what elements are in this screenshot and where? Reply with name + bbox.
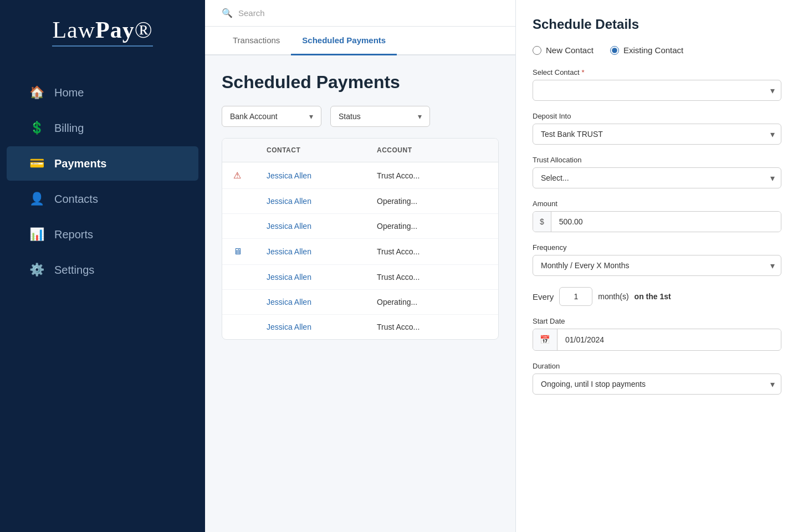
account-name: Operating... [377,197,487,206]
calendar-icon: 📅 [533,329,557,350]
new-contact-radio[interactable] [533,46,541,55]
frequency-select-wrapper: Monthly / Every X Months [533,255,781,276]
frequency-group: Frequency Monthly / Every X Months [533,243,781,276]
amount-group: Amount $ [533,200,781,232]
contact-name[interactable]: Jessica Allen [267,171,377,180]
logo-underline [52,45,152,47]
home-icon: 🏠 [29,85,44,100]
payments-icon: 💳 [29,156,44,171]
existing-contact-label: Existing Contact [623,45,683,55]
deposit-into-dropdown[interactable]: Test Bank TRUST [533,124,781,145]
frequency-label: Frequency [533,243,781,252]
bank-account-filter[interactable]: Bank Account ▾ [222,106,321,127]
contact-name[interactable]: Jessica Allen [267,247,377,256]
sidebar-item-settings-label: Settings [54,264,94,277]
required-marker: * [582,68,585,76]
deposit-into-wrapper: Test Bank TRUST [533,124,781,145]
filter-caret-icon: ▾ [309,112,313,121]
main-content: 🔍 Search Transactions Scheduled Payments… [205,0,515,532]
deposit-into-group: Deposit Into Test Bank TRUST [533,112,781,145]
account-name: Operating... [377,222,487,231]
deposit-into-label: Deposit Into [533,112,781,120]
sidebar-item-contacts[interactable]: 👤 Contacts [7,182,198,216]
existing-contact-radio-label[interactable]: Existing Contact [610,45,683,55]
col-icon-header [233,146,267,154]
select-contact-dropdown[interactable] [533,80,781,101]
account-name: Trust Acco... [377,273,487,282]
select-contact-wrapper [533,80,781,101]
start-date-input[interactable] [557,330,781,350]
duration-group: Duration Ongoing, until I stop payments [533,362,781,395]
trust-allocation-label: Trust Allocation [533,156,781,164]
table-row: Jessica Allen Operating... [222,214,498,239]
billing-icon: 💲 [29,121,44,135]
filters-row: Bank Account ▾ Status ▾ [222,106,499,127]
new-contact-radio-label[interactable]: New Contact [533,45,594,55]
sidebar-item-billing[interactable]: 💲 Billing [7,111,198,145]
amount-label: Amount [533,200,781,208]
warning-icon: ⚠ [233,170,267,181]
tab-scheduled-payments[interactable]: Scheduled Payments [291,27,397,55]
duration-label: Duration [533,362,781,370]
col-account-header: ACCOUNT [377,146,487,154]
every-row: Every month(s) on the 1st [533,287,781,306]
bank-account-filter-label: Bank Account [230,112,278,121]
new-contact-label: New Contact [546,45,594,55]
contact-name[interactable]: Jessica Allen [267,323,377,331]
sidebar-item-settings[interactable]: ⚙️ Settings [7,253,198,287]
panel-title: Schedule Details [533,17,781,32]
sidebar-item-reports[interactable]: 📊 Reports [7,217,198,252]
sidebar-item-reports-label: Reports [54,228,93,241]
nav-menu: 🏠 Home 💲 Billing 💳 Payments 👤 Contacts 📊… [0,74,205,288]
table-row: Jessica Allen Operating... [222,290,498,315]
payments-table: CONTACT ACCOUNT ⚠ Jessica Allen Trust Ac… [222,138,499,340]
start-date-label: Start Date [533,317,781,325]
every-label: Every [533,292,554,301]
status-filter[interactable]: Status ▾ [330,106,430,127]
existing-contact-radio[interactable] [610,46,619,55]
table-row: Jessica Allen Trust Acco... [222,315,498,339]
contact-name[interactable]: Jessica Allen [267,222,377,231]
table-row: Jessica Allen Operating... [222,189,498,214]
amount-prefix: $ [533,212,551,232]
search-input[interactable]: Search [238,8,265,18]
account-name: Operating... [377,298,487,306]
amount-input[interactable] [551,212,781,232]
duration-select-wrapper: Ongoing, until I stop payments [533,374,781,395]
account-name: Trust Acco... [377,323,487,331]
sidebar-item-payments[interactable]: 💳 Payments [7,146,198,181]
sidebar-item-contacts-label: Contacts [54,193,98,206]
trust-allocation-group: Trust Allocation Select... [533,156,781,188]
tabs-bar: Transactions Scheduled Payments [205,27,515,55]
logo-area: LawPay® [41,17,163,47]
sidebar-item-home[interactable]: 🏠 Home [7,75,198,110]
tab-transactions[interactable]: Transactions [222,27,291,55]
table-row: ⚠ Jessica Allen Trust Acco... [222,162,498,189]
contact-type-group: New Contact Existing Contact [533,45,781,55]
contact-name[interactable]: Jessica Allen [267,273,377,282]
every-input[interactable] [559,287,592,306]
table-header: CONTACT ACCOUNT [222,139,498,162]
settings-icon: ⚙️ [29,263,44,277]
page-title: Scheduled Payments [222,72,499,93]
page-area: Scheduled Payments Bank Account ▾ Status… [205,55,515,532]
card-icon: 🖥 [233,247,267,257]
account-name: Trust Acco... [377,171,487,180]
date-row: 📅 [533,329,781,351]
contact-name[interactable]: Jessica Allen [267,197,377,206]
schedule-details-panel: Schedule Details New Contact Existing Co… [515,0,798,532]
table-row: Jessica Allen Trust Acco... [222,265,498,290]
select-contact-group: Select Contact * [533,68,781,101]
duration-dropdown[interactable]: Ongoing, until I stop payments [533,374,781,395]
status-filter-label: Status [339,112,361,121]
start-date-group: Start Date 📅 [533,317,781,351]
sidebar-item-home-label: Home [54,86,84,99]
trust-allocation-dropdown[interactable]: Select... [533,167,781,188]
trust-allocation-wrapper: Select... [533,167,781,188]
frequency-dropdown[interactable]: Monthly / Every X Months [533,255,781,276]
every-suffix-bold: on the 1st [635,292,671,301]
search-icon: 🔍 [222,8,233,18]
amount-row: $ [533,211,781,232]
contact-name[interactable]: Jessica Allen [267,298,377,306]
every-suffix-base: month(s) [598,292,628,301]
